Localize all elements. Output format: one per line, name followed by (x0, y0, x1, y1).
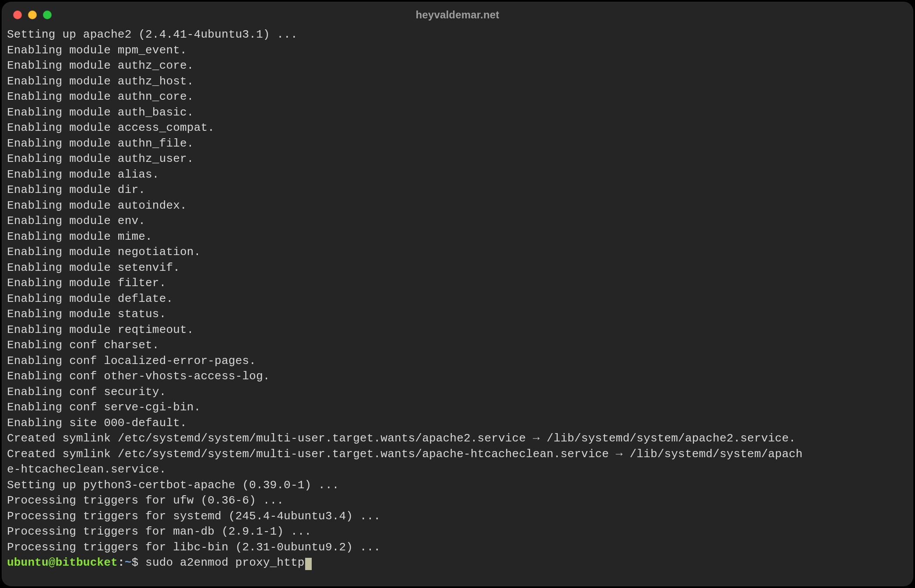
terminal-line: Created symlink /etc/systemd/system/mult… (7, 447, 908, 462)
terminal-line: Enabling module deflate. (7, 291, 908, 307)
terminal-line: Enabling module setenvif. (7, 260, 908, 276)
terminal-line: Created symlink /etc/systemd/system/mult… (7, 431, 908, 447)
terminal-line: Enabling module alias. (7, 167, 908, 183)
terminal-line: Enabling module reqtimeout. (7, 322, 908, 338)
prompt-at: @ (49, 556, 56, 569)
terminal-line: Setting up python3-certbot-apache (0.39.… (7, 478, 908, 494)
terminal-line: Enabling module mpm_event. (7, 43, 908, 59)
terminal-line: Enabling module authn_file. (7, 136, 908, 152)
terminal-line: Enabling module authz_host. (7, 74, 908, 90)
window-title: heyvaldemar.net (2, 9, 913, 21)
terminal-line: Enabling module mime. (7, 229, 908, 245)
terminal-line: Enabling module authz_user. (7, 151, 908, 167)
terminal-window: heyvaldemar.net Setting up apache2 (2.4.… (2, 2, 913, 586)
terminal-line: Enabling module filter. (7, 276, 908, 291)
terminal-line: Enabling module status. (7, 307, 908, 322)
terminal-line: Enabling conf security. (7, 385, 908, 400)
terminal-line: Processing triggers for libc-bin (2.31-0… (7, 540, 908, 556)
terminal-line: Enabling module negotiation. (7, 245, 908, 260)
terminal-output[interactable]: Setting up apache2 (2.4.41-4ubuntu3.1) .… (2, 27, 913, 574)
prompt-host: bitbucket (56, 556, 118, 569)
terminal-line: Enabling module access_compat. (7, 120, 908, 136)
text-cursor-icon (305, 558, 312, 570)
prompt-cwd: ~ (125, 556, 132, 569)
terminal-line: Enabling conf charset. (7, 338, 908, 354)
terminal-line: Enabling module env. (7, 214, 908, 229)
terminal-line: Enabling module dir. (7, 182, 908, 198)
terminal-line: Enabling module auth_basic. (7, 105, 908, 121)
terminal-line: Setting up apache2 (2.4.41-4ubuntu3.1) .… (7, 27, 908, 43)
prompt-command: sudo a2enmod proxy_http (145, 556, 304, 569)
prompt-user: ubuntu (7, 556, 49, 569)
titlebar: heyvaldemar.net (2, 2, 913, 27)
prompt-dollar: $ (132, 556, 146, 569)
terminal-line: Processing triggers for man-db (2.9.1-1)… (7, 524, 908, 540)
terminal-line: Processing triggers for ufw (0.36-6) ... (7, 493, 908, 509)
terminal-line: e-htcacheclean.service. (7, 462, 908, 478)
terminal-line: Enabling conf other-vhosts-access-log. (7, 369, 908, 385)
prompt-colon: : (118, 556, 125, 569)
terminal-line: Enabling module autoindex. (7, 198, 908, 214)
terminal-line: Enabling module authn_core. (7, 89, 908, 105)
terminal-line: Enabling conf localized-error-pages. (7, 354, 908, 369)
terminal-line: Enabling site 000-default. (7, 416, 908, 431)
prompt-line[interactable]: ubuntu@bitbucket:~$ sudo a2enmod proxy_h… (7, 555, 908, 571)
terminal-line: Enabling conf serve-cgi-bin. (7, 400, 908, 416)
terminal-line: Enabling module authz_core. (7, 58, 908, 74)
terminal-line: Processing triggers for systemd (245.4-4… (7, 509, 908, 525)
